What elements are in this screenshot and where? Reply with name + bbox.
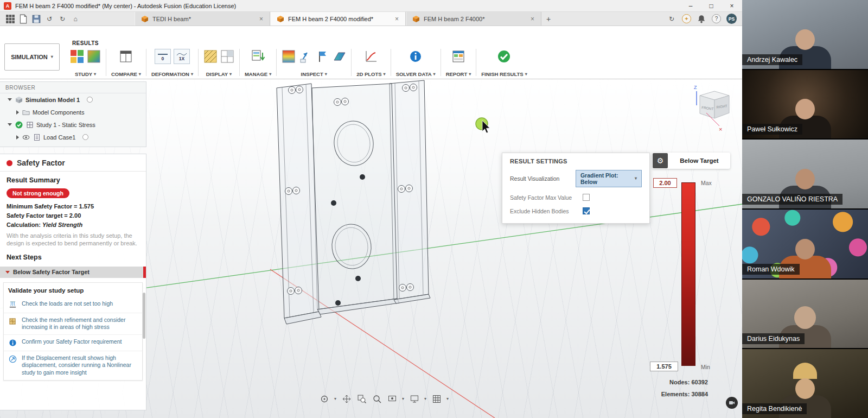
chevron-down-icon: ▾	[433, 72, 436, 77]
study-settings-icon[interactable]	[70, 49, 84, 64]
step-confirm-requirement[interactable]: Confirm your Safety Factor requirement	[4, 334, 142, 351]
look-at-icon[interactable]	[387, 394, 397, 404]
inspect-results-icon[interactable]	[282, 49, 296, 64]
participant-tile[interactable]: Andrzej Kawalec	[742, 0, 868, 69]
app-menu-icon[interactable]	[5, 14, 15, 24]
legend-max-value[interactable]: 2.00	[653, 178, 677, 188]
chevron-down-icon[interactable]	[8, 98, 12, 101]
report-dropdown[interactable]: REPORT ▾	[446, 71, 471, 77]
next-steps-heading: Next Steps	[0, 249, 146, 264]
view-cube[interactable]: Z FRONT RIGHT ×	[694, 85, 729, 132]
tree-item-simulation-model[interactable]: Simulation Model 1	[0, 93, 146, 106]
home-icon[interactable]: ⌂	[71, 14, 80, 24]
undo-icon[interactable]: ↺	[44, 14, 54, 24]
chevron-right-icon[interactable]	[16, 135, 19, 140]
deformation-scale-icon[interactable]: 1X	[174, 49, 190, 64]
eye-icon[interactable]	[22, 133, 30, 141]
finish-results-dropdown[interactable]: FINISH RESULTS ▾	[481, 71, 527, 77]
chevron-down-icon[interactable]	[8, 123, 12, 126]
legend-min-value[interactable]: 1.575	[650, 362, 678, 371]
minimize-button[interactable]: –	[680, 0, 701, 11]
close-button[interactable]: ×	[722, 0, 742, 11]
orbit-icon[interactable]	[319, 394, 329, 404]
redo-icon[interactable]: ↻	[58, 14, 67, 24]
tab-tedi-h-beam[interactable]: TEDI H beam* ×	[135, 12, 270, 26]
tree-item-model-components[interactable]: Model Components	[0, 106, 146, 118]
tree-item-load-case[interactable]: Load Case1	[0, 131, 146, 143]
chevron-down-icon[interactable]: ▾	[334, 397, 336, 401]
exclude-hidden-bodies-checkbox[interactable]	[583, 207, 590, 214]
inspect-dropdown[interactable]: INSPECT ▾	[301, 71, 327, 77]
participant-tile[interactable]: Paweł Sułkowicz	[742, 70, 868, 139]
deformation-zero-icon[interactable]: 0	[155, 49, 171, 64]
safety-factor-max-checkbox[interactable]	[583, 194, 590, 201]
compare-icon[interactable]	[119, 49, 133, 64]
tab-close-icon[interactable]: ×	[529, 15, 535, 23]
display-dropdown[interactable]: DISPLAY ▾	[206, 71, 232, 77]
pan-icon[interactable]	[341, 394, 352, 404]
legend-settings-gear-icon[interactable]: ⚙	[653, 153, 668, 168]
education-badge-icon[interactable]: ✦	[682, 14, 691, 23]
user-avatar[interactable]: PS	[726, 14, 737, 24]
result-visualization-dropdown[interactable]: Gradient Plot: Below ▾	[576, 170, 642, 187]
chevron-down-icon[interactable]: ▾	[424, 397, 426, 401]
slice-plane-icon[interactable]	[332, 49, 346, 64]
2d-plots-dropdown[interactable]: 2D PLOTS ▾	[356, 71, 385, 77]
tab-fem-h-beam-modified[interactable]: FEM H beam 2 F4000 modified* ×	[270, 12, 406, 26]
tree-item-study1[interactable]: Study 1 - Static Stress	[0, 118, 146, 131]
finish-results-check-icon[interactable]	[497, 49, 511, 64]
workspace-selector[interactable]: SIMULATION ▾	[4, 43, 60, 71]
tree-item-label: Study 1 - Static Stress	[36, 122, 95, 128]
group-manage: MANAGE ▾	[240, 48, 276, 77]
participant-tile[interactable]: Roman Wdowik	[742, 210, 868, 278]
flag-probe-icon[interactable]	[315, 49, 329, 64]
tab-close-icon[interactable]: ×	[394, 15, 400, 23]
tab-fem-h-beam[interactable]: FEM H beam 2 F4000* ×	[406, 12, 541, 26]
zoom-window-icon[interactable]	[356, 394, 367, 404]
clone-study-icon[interactable]	[87, 49, 101, 64]
chevron-down-icon[interactable]: ▾	[446, 397, 449, 401]
report-icon[interactable]	[451, 49, 465, 64]
participant-tile[interactable]: Regita Bendikienė	[742, 349, 868, 418]
2d-plots-icon[interactable]	[364, 49, 378, 64]
display-quadrant-icon[interactable]	[220, 49, 234, 64]
step-check-mesh[interactable]: Check the mesh refinement and consider i…	[4, 313, 142, 334]
solver-data-dropdown[interactable]: SOLVER DATA ▾	[396, 71, 436, 77]
manage-dropdown[interactable]: MANAGE ▾	[245, 71, 271, 77]
panel-scrollbar[interactable]	[143, 293, 145, 339]
below-safety-factor-target-row[interactable]: Below Safety Factor Target	[0, 267, 146, 278]
meeting-overlay-bubble[interactable]	[726, 397, 738, 409]
participant-tile[interactable]: GONZALO VALIÑO RIESTRA	[742, 140, 868, 208]
h-beam-model[interactable]	[277, 80, 430, 324]
chevron-right-icon[interactable]	[16, 110, 19, 115]
visibility-radio[interactable]	[82, 134, 88, 140]
display-mesh-icon[interactable]	[203, 49, 218, 64]
help-icon[interactable]: ?	[712, 14, 721, 23]
step-check-loads[interactable]: Check the loads are not set too high	[4, 297, 142, 313]
new-tab-button[interactable]: +	[541, 12, 556, 26]
chevron-down-icon[interactable]: ▾	[402, 397, 404, 401]
displacement-icon	[8, 354, 17, 364]
participant-tile[interactable]: Darius Eidukynas	[742, 280, 868, 349]
manage-icon[interactable]	[251, 49, 265, 64]
file-icon[interactable]	[18, 14, 28, 24]
visibility-radio[interactable]	[87, 97, 93, 103]
job-status-icon[interactable]: ↻	[667, 14, 676, 24]
viewcube-z-label: Z	[694, 85, 697, 90]
deformation-dropdown[interactable]: DEFORMATION ▾	[151, 71, 193, 77]
point-probe-icon[interactable]	[298, 49, 312, 64]
maximize-button[interactable]: □	[701, 0, 722, 11]
study-dropdown[interactable]: STUDY ▾	[75, 71, 96, 77]
display-settings-icon[interactable]	[409, 394, 419, 404]
save-icon[interactable]	[31, 14, 41, 24]
zoom-icon[interactable]	[372, 394, 382, 404]
grid-settings-icon[interactable]	[431, 394, 442, 404]
navigation-toolbar: ▾ ▾ ▾	[319, 394, 449, 404]
solver-data-info-icon[interactable]	[409, 49, 423, 64]
tab-close-icon[interactable]: ×	[258, 15, 264, 23]
compare-dropdown[interactable]: COMPARE ▾	[111, 71, 141, 77]
ribbon-tab-results[interactable]: RESULTS	[72, 40, 99, 46]
step-nonlinear-study[interactable]: If the Displacement result shows high di…	[4, 351, 142, 380]
notifications-bell-icon[interactable]	[697, 14, 706, 24]
result-settings-dialog: RESULT SETTINGS Result Visualization Gra…	[502, 153, 650, 224]
